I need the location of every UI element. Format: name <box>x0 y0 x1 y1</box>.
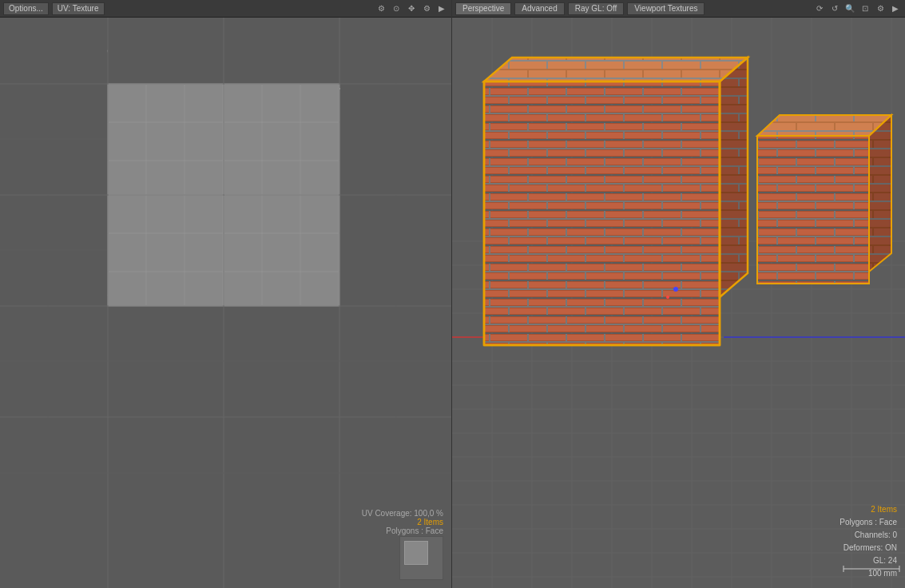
viewport-channels-label: Channels: 0 <box>840 529 897 542</box>
uv-coverage-label: UV Coverage: 100,0 % <box>362 509 443 518</box>
right-panel-viewport: Perspective Advanced Ray GL: Off Viewpor… <box>452 0 905 588</box>
viewport-header-icons: ⟳ ↺ 🔍 ⊡ ⚙ ▶ <box>813 2 902 15</box>
viewport-textures-button[interactable]: Viewport Textures <box>627 2 705 15</box>
settings-icon[interactable]: ⚙ <box>420 2 433 15</box>
svg-point-97 <box>666 296 669 299</box>
viewport-polygons-label: Polygons : Face <box>840 516 897 529</box>
viewport-grid-svg <box>452 18 905 588</box>
undo-icon[interactable]: ↺ <box>828 2 841 15</box>
uv-editor-header: Options... UV: Texture ⚙ ⊙ ✥ ⚙ ▶ <box>0 0 451 18</box>
viewport-settings-icon[interactable]: ⚙ <box>874 2 887 15</box>
svg-rect-89 <box>757 136 869 284</box>
viewport-play-icon[interactable]: ▶ <box>889 2 902 15</box>
uv-preview-box <box>399 536 443 580</box>
sync-icon[interactable]: ⟳ <box>813 2 826 15</box>
svg-rect-92 <box>757 136 869 284</box>
play-icon[interactable]: ▶ <box>435 2 448 15</box>
svg-marker-81 <box>484 58 748 81</box>
main-layout: Options... UV: Texture ⚙ ⊙ ✥ ⚙ ▶ +V 1.0 … <box>0 0 905 588</box>
options-button[interactable]: Options... <box>3 2 49 15</box>
uv-header-icons: ⚙ ⊙ ✥ ⚙ ▶ <box>375 2 448 15</box>
svg-rect-83 <box>484 81 720 345</box>
svg-marker-94 <box>869 115 891 272</box>
viewport-items-count: 2 Items <box>840 503 897 516</box>
left-panel-uv-editor: Options... UV: Texture ⚙ ⊙ ✥ ⚙ ▶ +V 1.0 … <box>0 0 452 588</box>
svg-marker-93 <box>757 115 891 136</box>
search-icon[interactable]: 🔍 <box>843 2 856 15</box>
svg-rect-13 <box>0 18 107 588</box>
ray-gl-button[interactable]: Ray GL: Off <box>568 2 625 15</box>
svg-point-96 <box>673 287 678 292</box>
uv-texture-button[interactable]: UV: Texture <box>52 2 105 15</box>
move-icon[interactable]: ✥ <box>405 2 418 15</box>
svg-marker-82 <box>720 58 748 297</box>
svg-marker-84 <box>484 58 748 81</box>
viewport-deformers-label: Deformers: ON <box>840 542 897 554</box>
svg-marker-91 <box>869 115 891 272</box>
advanced-button[interactable]: Advanced <box>514 2 564 15</box>
viewport-info-panel: 2 Items Polygons : Face Channels: 0 Defo… <box>840 503 897 580</box>
svg-marker-85 <box>720 58 748 297</box>
svg-rect-30 <box>452 18 905 588</box>
magnify-icon[interactable]: ⊙ <box>390 2 403 15</box>
viewport-header: Perspective Advanced Ray GL: Off Viewpor… <box>452 0 905 18</box>
uv-items-count: 2 Items <box>362 518 443 526</box>
uv-preview-inner <box>404 541 428 565</box>
uv-polygons-label: Polygons : Face <box>362 526 443 535</box>
uv-grid-svg <box>0 18 451 588</box>
uv-grid-area[interactable]: +V 1.0 0.5 0 100 0.5 1.0 +U <box>0 18 451 588</box>
grid-icon[interactable]: ⊡ <box>859 2 871 15</box>
gear-icon[interactable]: ⚙ <box>375 2 387 15</box>
svg-marker-90 <box>757 115 891 136</box>
perspective-button[interactable]: Perspective <box>455 2 511 15</box>
svg-rect-16 <box>340 18 451 588</box>
viewport-3d[interactable]: 2 Items Polygons : Face Channels: 0 Defo… <box>452 18 905 588</box>
viewport-size-label: 100 mm <box>840 567 897 580</box>
svg-rect-80 <box>484 81 720 345</box>
viewport-gl-label: GL: 24 <box>840 554 897 567</box>
